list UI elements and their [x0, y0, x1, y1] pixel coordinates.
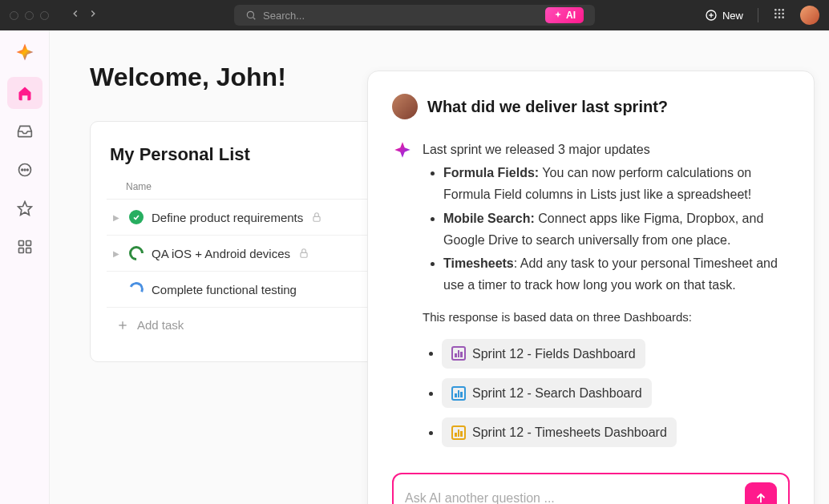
inbox-icon: [17, 123, 33, 139]
svg-point-10: [782, 13, 784, 15]
app-logo[interactable]: [13, 40, 37, 64]
ai-input-box: [392, 473, 790, 504]
sidebar-dashboards[interactable]: [7, 231, 42, 263]
sparkle-icon: [553, 10, 563, 20]
personal-list-card: My Personal List Name ▶ Define product r…: [90, 121, 386, 362]
arrow-up-icon: [754, 491, 768, 504]
plus-icon: [116, 319, 129, 332]
task-name: QA iOS + Android devices: [152, 247, 290, 260]
svg-rect-24: [301, 252, 307, 257]
search-icon: [245, 10, 257, 21]
user-avatar[interactable]: [800, 6, 819, 25]
dashboard-citations: Sprint 12 - Fields Dashboard Sprint 12 -…: [423, 339, 790, 448]
send-button[interactable]: [745, 482, 777, 504]
response-intro: Last sprint we released 3 major updates: [423, 139, 790, 160]
ai-question-row: What did we deliver last sprint?: [392, 94, 790, 119]
svg-point-15: [21, 169, 22, 171]
svg-point-8: [774, 13, 777, 15]
main-layout: Welcome, John! My Personal List Name ▶ D…: [0, 30, 829, 504]
updates-list: Formula Fields: You can now perform calc…: [423, 162, 790, 296]
dashboard-chip[interactable]: Sprint 12 - Search Dashboard: [442, 378, 652, 408]
svg-point-9: [778, 13, 781, 15]
ai-sparkle-icon: [392, 140, 413, 161]
svg-point-0: [247, 11, 253, 18]
grid-icon: [17, 239, 33, 255]
user-avatar: [392, 94, 418, 119]
svg-point-7: [782, 9, 784, 11]
dashboard-chip[interactable]: Sprint 12 - Fields Dashboard: [442, 339, 645, 369]
ai-panel: What did we deliver last sprint? Last sp…: [367, 71, 815, 504]
task-name: Define product requirements: [152, 211, 303, 224]
svg-rect-19: [18, 241, 23, 246]
sidebar-favorites[interactable]: [7, 192, 42, 224]
nav-back[interactable]: [68, 6, 83, 24]
chart-icon: [451, 386, 466, 401]
sidebar-home[interactable]: [7, 77, 42, 109]
more-icon: [17, 162, 33, 178]
add-task-button[interactable]: Add task: [107, 308, 370, 342]
svg-marker-18: [18, 202, 31, 216]
lock-icon: [311, 212, 322, 223]
new-button[interactable]: New: [705, 9, 743, 22]
status-done-icon[interactable]: [129, 210, 144, 224]
question-text: What did we deliver last sprint?: [427, 98, 668, 116]
svg-point-5: [774, 9, 777, 11]
close-window[interactable]: [10, 11, 18, 20]
svg-point-13: [782, 16, 784, 18]
nav-forward[interactable]: [86, 6, 100, 24]
svg-point-16: [24, 169, 26, 171]
plus-circle-icon: [705, 9, 718, 22]
task-row[interactable]: Complete functional testing: [107, 272, 370, 308]
svg-point-12: [778, 16, 781, 18]
expand-icon[interactable]: ▶: [113, 213, 121, 222]
svg-rect-21: [18, 248, 23, 253]
update-item: Mobile Search: Connect apps like Figma, …: [443, 208, 790, 251]
home-icon: [17, 85, 33, 101]
nav-arrows: [68, 6, 100, 24]
expand-icon[interactable]: ▶: [113, 249, 121, 258]
chart-icon: [451, 346, 466, 361]
citation-item: Sprint 12 - Fields Dashboard: [442, 339, 790, 369]
svg-point-17: [26, 169, 28, 171]
top-bar: Search... AI New: [0, 0, 829, 30]
update-item: Formula Fields: You can now perform calc…: [443, 162, 790, 205]
ai-response: Last sprint we released 3 major updates …: [392, 139, 790, 457]
status-progress-icon[interactable]: [126, 243, 146, 263]
update-item: Timesheets: Add any task to your persona…: [443, 252, 790, 296]
lock-icon: [298, 248, 309, 259]
search-placeholder: Search...: [263, 10, 305, 22]
svg-rect-23: [313, 216, 320, 221]
search-bar[interactable]: Search... AI: [234, 5, 595, 26]
minimize-window[interactable]: [25, 11, 34, 20]
svg-rect-20: [26, 241, 30, 246]
star-icon: [17, 200, 33, 216]
ai-badge[interactable]: AI: [545, 7, 584, 23]
dashboard-chip[interactable]: Sprint 12 - Timesheets Dashboard: [442, 417, 677, 447]
citation-item: Sprint 12 - Timesheets Dashboard: [442, 417, 790, 447]
divider: [758, 8, 758, 22]
chart-icon: [451, 425, 466, 440]
svg-point-6: [778, 9, 781, 11]
content: Welcome, John! My Personal List Name ▶ D…: [50, 30, 829, 504]
response-body: Last sprint we released 3 major updates …: [423, 139, 790, 457]
apps-icon[interactable]: [773, 7, 786, 23]
citation-item: Sprint 12 - Search Dashboard: [442, 378, 790, 408]
task-row[interactable]: ▶ Define product requirements: [107, 200, 370, 236]
sidebar-more[interactable]: [7, 154, 42, 186]
ai-question-input[interactable]: [405, 491, 737, 504]
list-title: My Personal List: [107, 144, 370, 165]
svg-rect-22: [26, 248, 30, 253]
status-progress-icon[interactable]: [127, 280, 145, 298]
list-column-header: Name: [107, 176, 370, 200]
top-right-controls: New: [705, 6, 819, 25]
sidebar: [0, 30, 50, 504]
task-row[interactable]: ▶ QA iOS + Android devices: [107, 236, 370, 272]
maximize-window[interactable]: [40, 11, 49, 20]
traffic-lights: [10, 11, 49, 20]
sidebar-inbox[interactable]: [7, 115, 42, 147]
svg-point-11: [774, 16, 777, 18]
svg-line-1: [253, 18, 256, 20]
citation-intro: This response is based data on three Das…: [423, 307, 790, 328]
task-name: Complete functional testing: [152, 283, 297, 296]
